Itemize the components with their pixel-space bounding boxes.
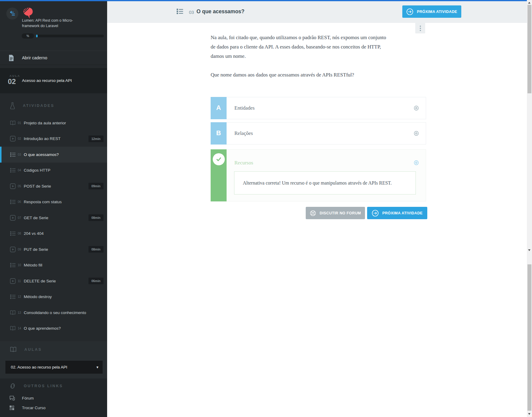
switch-course-label: Trocar Curso — [22, 406, 45, 410]
open-notebook-label: Abrir caderno — [22, 55, 47, 60]
activity-item-07[interactable]: 07 GET de Serie 08min — [0, 210, 107, 226]
collapse-sidebar-button[interactable] — [6, 8, 18, 20]
option-correct-text: Recursos — [234, 160, 253, 166]
activity-item-04[interactable]: 04 Códigos HTTP — [0, 163, 107, 179]
course-progress-bar — [36, 35, 104, 37]
activity-item-05[interactable]: 05 POST de Serie 09min — [0, 178, 107, 194]
scrollbar-thumb[interactable] — [527, 5, 531, 93]
quiz-list-icon — [10, 199, 16, 205]
eye-icon[interactable] — [413, 131, 419, 136]
lifebuoy-icon — [310, 210, 316, 216]
activities-section-header: ATIVIDADES — [0, 101, 107, 110]
scroll-down-arrow[interactable] — [528, 249, 530, 251]
activity-item-08[interactable]: 08 204 vs 404 — [0, 226, 107, 242]
open-notebook-button[interactable]: Abrir caderno — [0, 51, 107, 65]
book-icon — [10, 326, 16, 331]
activity-number: 03 — [189, 10, 194, 15]
activity-header: 03 O que acessamos? PRÓXIMA ATIVIDADE — [107, 1, 527, 23]
switch-course-link[interactable]: Trocar Curso — [0, 403, 107, 412]
activity-item-03-selected[interactable]: 03 O que acessamos? — [0, 147, 107, 163]
video-icon — [10, 136, 16, 142]
duration-badge: 06min — [88, 278, 104, 284]
activity-item-14[interactable]: 14 O que aprendemos? — [0, 321, 107, 337]
answer-options: A Entidades B Relações — [211, 97, 426, 201]
option-b-text: Relações — [234, 130, 253, 136]
activity-item-13[interactable]: 13 Consolidando o seu conhecimento — [0, 305, 107, 321]
answer-feedback-text: Alternativa correta! Um recurso é o que … — [243, 180, 392, 186]
progress-percent-badge: % — [22, 33, 34, 39]
option-b[interactable]: B Relações — [211, 122, 426, 145]
activity-item-02[interactable]: 02 Introdução ao REST 12min — [0, 131, 107, 147]
quiz-list-icon — [10, 262, 16, 268]
lesson-select-value: 02. Acesso ao recurso pela API — [11, 365, 67, 369]
circle-arrow-right-icon — [406, 8, 413, 15]
scroll-up-arrow[interactable] — [528, 2, 530, 4]
course-player: Lumen: API Rest com o Micro-framework do… — [0, 0, 532, 417]
next-activity-button-bottom[interactable]: PRÓXIMA ATIVIDADE — [367, 207, 427, 219]
duration-badge: 12min — [88, 135, 104, 142]
video-icon — [10, 183, 16, 189]
question-prompt: Que nome damos aos dados que acessamos a… — [211, 70, 391, 79]
other-links-header-label: OUTROS LINKS — [24, 384, 63, 388]
other-links-section: OUTROS LINKS Fórum — [0, 378, 107, 417]
aulas-section-header: AULAS — [10, 347, 42, 353]
aulas-header-label: AULAS — [24, 347, 42, 352]
other-links-header: OUTROS LINKS — [9, 383, 63, 389]
activity-item-09[interactable]: 09 PUT de Serie 08min — [0, 241, 107, 257]
course-title: Lumen: API Rest com o Micro-framework do… — [22, 18, 76, 29]
option-a[interactable]: A Entidades — [211, 97, 426, 119]
activities-header-label: ATIVIDADES — [23, 104, 54, 108]
next-activity-button-top[interactable]: PRÓXIMA ATIVIDADE — [402, 5, 461, 18]
forum-link[interactable]: Fórum — [0, 394, 107, 403]
check-icon — [213, 153, 225, 165]
flask-icon — [10, 102, 15, 110]
chevron-down-icon: ▾ — [96, 365, 98, 369]
activity-options-menu[interactable] — [415, 23, 425, 33]
open-book-icon — [10, 347, 17, 353]
video-icon — [10, 215, 16, 221]
lesson-number: 02 — [8, 77, 16, 86]
activity-title: O que acessamos? — [196, 8, 245, 15]
option-b-letter: B — [211, 122, 227, 145]
quiz-list-icon — [10, 152, 16, 157]
quiz-list-icon — [10, 294, 16, 300]
option-correct-marker — [211, 149, 227, 201]
activity-item-06[interactable]: 06 Resposta com status — [0, 194, 107, 210]
activity-item-10[interactable]: 10 Método fill — [0, 257, 107, 273]
option-a-letter: A — [211, 97, 227, 119]
question-paragraph: Na aula, foi citado que, quando utilizam… — [211, 33, 391, 61]
discuss-forum-button[interactable]: DISCUTIR NO FORUM — [306, 207, 365, 219]
activity-item-01[interactable]: 01 Projeto da aula anterior — [0, 115, 107, 131]
eye-icon[interactable] — [413, 160, 419, 166]
option-correct[interactable]: Recursos Alternativa correta! Um recurso… — [211, 149, 426, 201]
video-icon — [10, 247, 16, 252]
eye-icon[interactable] — [413, 105, 419, 111]
collapse-arrow-icon — [9, 10, 16, 17]
lesson-title: Acesso ao recurso pela API — [22, 78, 72, 83]
activity-item-12[interactable]: 12 Método destroy — [0, 289, 107, 305]
aulas-section: AULAS 02. Acesso ao recurso pela API ▾ — [0, 341, 107, 378]
sidebar: Lumen: API Rest com o Micro-framework do… — [0, 0, 107, 417]
scrollbar-thumb[interactable] — [527, 264, 531, 411]
forum-icon — [9, 396, 15, 401]
notebook-icon — [9, 55, 14, 61]
circle-arrow-right-icon — [372, 210, 379, 217]
lesson-select-dropdown[interactable]: 02. Acesso ao recurso pela API ▾ — [5, 361, 103, 374]
video-icon — [10, 278, 16, 284]
question-block: Na aula, foi citado que, quando utilizam… — [211, 33, 391, 79]
footer-actions: DISCUTIR NO FORUM PRÓXIMA ATIVIDADE — [306, 207, 427, 219]
duration-badge: 08min — [88, 214, 104, 221]
duration-badge: 09min — [88, 183, 104, 189]
activities-list: 01 Projeto da aula anterior 02 Introduçã… — [0, 115, 107, 336]
option-a-text: Entidades — [234, 105, 255, 111]
book-icon — [10, 120, 16, 126]
top-accent-bar — [0, 0, 527, 1]
activity-item-11[interactable]: 11 DELETE de Serie 06min — [0, 273, 107, 289]
scrollbar-rail[interactable] — [527, 0, 532, 417]
scroll-down-arrow[interactable] — [528, 413, 530, 415]
forum-label: Fórum — [22, 396, 34, 400]
quiz-list-icon — [10, 167, 16, 173]
book-icon — [10, 310, 16, 315]
quiz-list-icon — [10, 231, 16, 236]
activity-type-list-icon — [176, 8, 183, 16]
